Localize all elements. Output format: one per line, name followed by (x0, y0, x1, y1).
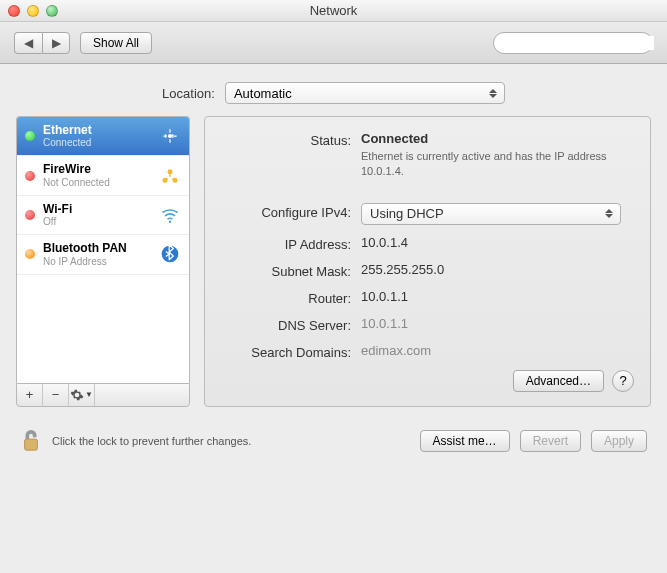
search-domains-row: Search Domains: edimax.com (221, 343, 634, 360)
sidebar-footer: + − ▼ (16, 383, 190, 407)
back-button[interactable]: ◀ (14, 32, 42, 54)
configure-label: Configure IPv4: (221, 203, 361, 220)
configure-row: Configure IPv4: Using DHCP (221, 203, 634, 225)
dns-value: 10.0.1.1 (361, 316, 634, 331)
location-value: Automatic (234, 86, 292, 101)
service-status: Connected (43, 137, 151, 149)
zoom-window-button[interactable] (46, 5, 58, 17)
service-status: No IP Address (43, 256, 151, 268)
service-list: Ethernet Connected FireWire Not Connecte… (16, 116, 190, 383)
forward-button[interactable]: ▶ (42, 32, 70, 54)
status-value-block: Connected Ethernet is currently active a… (361, 131, 634, 179)
router-label: Router: (221, 289, 361, 306)
status-value: Connected (361, 131, 634, 146)
search-domains-value: edimax.com (361, 343, 634, 358)
service-labels: Wi-Fi Off (43, 202, 151, 228)
service-labels: FireWire Not Connected (43, 162, 151, 188)
service-wifi[interactable]: Wi-Fi Off (17, 196, 189, 235)
service-labels: Ethernet Connected (43, 123, 151, 149)
close-window-button[interactable] (8, 5, 20, 17)
advanced-button[interactable]: Advanced… (513, 370, 604, 392)
service-bluetooth-pan[interactable]: Bluetooth PAN No IP Address (17, 235, 189, 274)
add-service-button[interactable]: + (17, 384, 43, 406)
svg-point-1 (168, 169, 173, 174)
minimize-window-button[interactable] (27, 5, 39, 17)
window-controls (8, 5, 58, 17)
status-label: Status: (221, 131, 361, 148)
subnet-row: Subnet Mask: 255.255.255.0 (221, 262, 634, 279)
remove-service-button[interactable]: − (43, 384, 69, 406)
revert-button[interactable]: Revert (520, 430, 581, 452)
window-title: Network (0, 3, 667, 18)
assist-me-button[interactable]: Assist me… (420, 430, 510, 452)
sidebar: Ethernet Connected FireWire Not Connecte… (16, 116, 190, 407)
search-field[interactable] (493, 32, 653, 54)
lock-icon[interactable] (20, 427, 42, 455)
nav-segment: ◀ ▶ (14, 32, 70, 54)
service-firewire[interactable]: FireWire Not Connected (17, 156, 189, 195)
service-status: Off (43, 216, 151, 228)
configure-ipv4-popup[interactable]: Using DHCP (361, 203, 621, 225)
service-status: Not Connected (43, 177, 151, 189)
status-dot-icon (25, 210, 35, 220)
details-panel: Status: Connected Ethernet is currently … (204, 116, 651, 407)
status-description: Ethernet is currently active and has the… (361, 149, 634, 179)
router-value: 10.0.1.1 (361, 289, 634, 304)
search-input[interactable] (504, 36, 654, 50)
subnet-label: Subnet Mask: (221, 262, 361, 279)
help-button[interactable]: ? (612, 370, 634, 392)
chevron-updown-icon (604, 207, 614, 221)
bottom-bar: Click the lock to prevent further change… (0, 417, 667, 469)
svg-rect-6 (25, 439, 38, 450)
chevron-updown-icon (488, 86, 498, 100)
search-domains-label: Search Domains: (221, 343, 361, 360)
configure-value: Using DHCP (370, 206, 444, 221)
location-row: Location: Automatic (0, 64, 667, 116)
lock-text: Click the lock to prevent further change… (52, 435, 251, 447)
subnet-value: 255.255.255.0 (361, 262, 634, 277)
service-name: Bluetooth PAN (43, 241, 151, 255)
svg-point-4 (169, 220, 172, 223)
dns-label: DNS Server: (221, 316, 361, 333)
bluetooth-icon (159, 243, 181, 265)
ethernet-icon (159, 125, 181, 147)
details-footer: Advanced… ? (221, 370, 634, 392)
location-label: Location: (162, 86, 215, 101)
firewire-icon (159, 165, 181, 187)
toolbar: ◀ ▶ Show All (0, 22, 667, 64)
content: Ethernet Connected FireWire Not Connecte… (0, 116, 667, 417)
show-all-button[interactable]: Show All (80, 32, 152, 54)
location-popup[interactable]: Automatic (225, 82, 505, 104)
service-labels: Bluetooth PAN No IP Address (43, 241, 151, 267)
svg-point-0 (168, 134, 172, 138)
status-dot-icon (25, 249, 35, 259)
service-ethernet[interactable]: Ethernet Connected (17, 117, 189, 156)
ip-row: IP Address: 10.0.1.4 (221, 235, 634, 252)
service-name: FireWire (43, 162, 151, 176)
status-dot-icon (25, 171, 35, 181)
status-dot-icon (25, 131, 35, 141)
dns-row: DNS Server: 10.0.1.1 (221, 316, 634, 333)
ip-value: 10.0.1.4 (361, 235, 634, 250)
gear-icon (70, 388, 84, 402)
service-name: Wi-Fi (43, 202, 151, 216)
action-menu-button[interactable]: ▼ (69, 384, 95, 406)
router-row: Router: 10.0.1.1 (221, 289, 634, 306)
ip-label: IP Address: (221, 235, 361, 252)
status-row: Status: Connected Ethernet is currently … (221, 131, 634, 179)
titlebar: Network (0, 0, 667, 22)
apply-button[interactable]: Apply (591, 430, 647, 452)
wifi-icon (159, 204, 181, 226)
service-name: Ethernet (43, 123, 151, 137)
